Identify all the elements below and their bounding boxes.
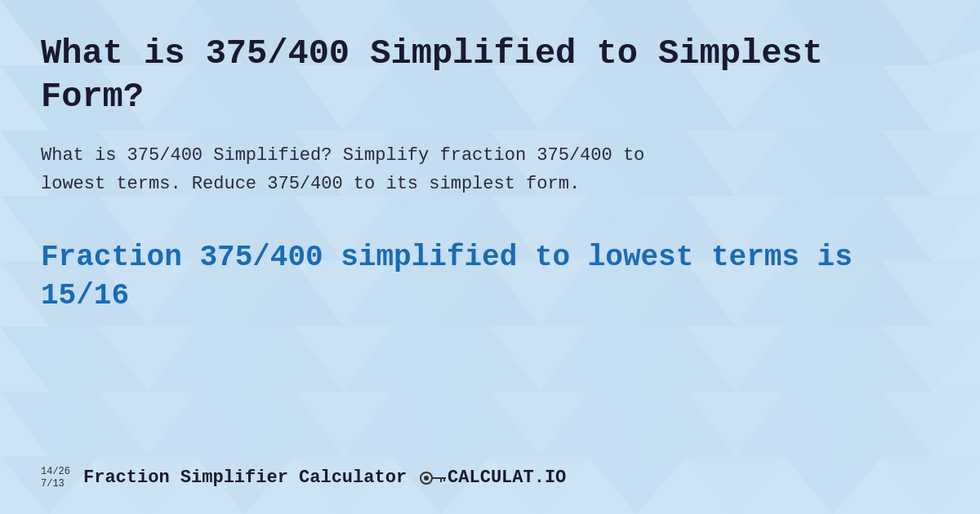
page-title: What is 375/400 Simplified to Simplest F… [41, 33, 939, 118]
result-line2: 15/16 [41, 279, 129, 312]
page-description: What is 375/400 Simplified? Simplify fra… [41, 141, 939, 198]
description-line1: What is 375/400 Simplified? Simplify fra… [41, 145, 644, 166]
footer-brand: Fraction Simplifier Calculator [83, 467, 407, 488]
footer-logo: CALCULAT.IO [420, 467, 566, 488]
result-section: Fraction 375/400 simplified to lowest te… [41, 239, 939, 316]
footer-brand-label: Fraction Simplifier Calculator [83, 467, 407, 488]
result-text: Fraction 375/400 simplified to lowest te… [41, 239, 939, 316]
footer-fractions: 14/26 7/13 [41, 466, 70, 490]
result-line1: Fraction 375/400 simplified to lowest te… [41, 241, 853, 274]
footer-fraction-top: 14/26 [41, 466, 70, 477]
key-icon [420, 468, 446, 488]
footer-fraction-bottom: 7/13 [41, 478, 70, 490]
svg-point-146 [424, 476, 429, 481]
logo-label: CALCULAT.IO [448, 467, 566, 488]
logo-text: CALCULAT.IO [448, 467, 566, 488]
description-line2: lowest terms. Reduce 375/400 to its simp… [41, 174, 580, 194]
footer: 14/26 7/13 Fraction Simplifier Calculato… [41, 466, 939, 490]
